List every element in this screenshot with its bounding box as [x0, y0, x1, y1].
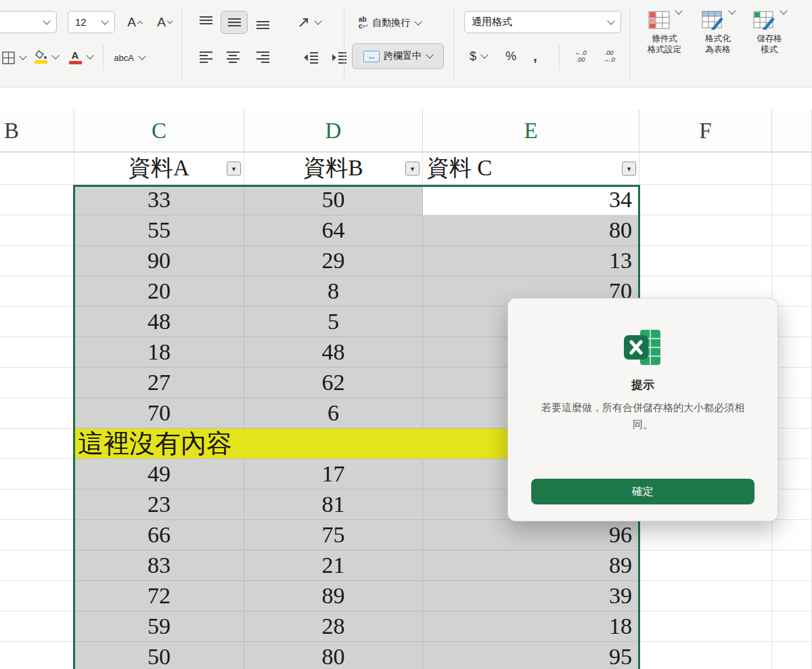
font-name-select[interactable]	[0, 11, 57, 33]
cell-col-f[interactable]	[639, 185, 772, 215]
cell-col-d[interactable]: 64	[244, 215, 423, 246]
column-header-f[interactable]: F	[639, 110, 772, 152]
cell-col-d[interactable]: 50	[244, 185, 423, 215]
cell-col-d[interactable]: 80	[244, 642, 423, 669]
conditional-formatting-button[interactable]: 條件式 格式設定	[637, 11, 692, 55]
text-orientation-button[interactable]	[291, 11, 328, 34]
align-top-button[interactable]	[194, 12, 218, 33]
cell-col-c[interactable]: 48	[74, 307, 244, 337]
cell-col-b[interactable]	[0, 215, 74, 246]
borders-button[interactable]	[0, 46, 31, 69]
cell-col-b[interactable]	[0, 490, 74, 520]
cell-col-g[interactable]	[772, 185, 812, 215]
cell-col-f[interactable]	[639, 215, 772, 246]
cell-col-d[interactable]: 8	[244, 276, 423, 307]
cell-col-c[interactable]: 83	[74, 551, 244, 581]
cell-col-c[interactable]: 33	[74, 185, 244, 215]
cell-col-c[interactable]: 70	[74, 398, 244, 429]
cell-col-b[interactable]	[0, 520, 74, 551]
increase-indent-button[interactable]	[326, 47, 352, 68]
cell-col-b[interactable]	[0, 152, 74, 185]
font-size-select[interactable]: 12	[68, 11, 115, 33]
cell-col-g[interactable]	[772, 215, 812, 246]
percent-format-button[interactable]: %	[501, 45, 521, 68]
fill-color-button[interactable]	[30, 43, 62, 70]
filter-button-c[interactable]: ▾	[622, 161, 636, 175]
cell-col-e[interactable]: 18	[423, 611, 639, 642]
cell-col-b[interactable]	[0, 368, 74, 398]
cell-col-d[interactable]: 21	[244, 551, 423, 581]
cell-col-b[interactable]	[0, 429, 74, 459]
increase-decimal-button[interactable]: ←.0.00	[567, 45, 594, 68]
cell-col-c[interactable]: 50	[74, 642, 244, 669]
align-bottom-button[interactable]	[250, 12, 275, 33]
cell-col-d[interactable]: 62	[244, 368, 423, 398]
decrease-indent-button[interactable]	[298, 47, 323, 68]
cell-col-e[interactable]: 34	[423, 185, 639, 215]
align-left-button[interactable]	[194, 47, 218, 68]
cell-col-b[interactable]	[0, 459, 74, 490]
header-cell-data-a[interactable]: 資料A ▾	[74, 152, 244, 185]
cell-col-d[interactable]: 5	[244, 307, 423, 337]
cell-col-f[interactable]	[639, 642, 772, 669]
cell-col-b[interactable]	[0, 611, 74, 642]
cell-col-g[interactable]	[772, 642, 812, 669]
cell-col-b[interactable]	[0, 185, 74, 215]
cell-col-f[interactable]	[639, 581, 772, 611]
cell-col-e[interactable]: 80	[423, 215, 639, 246]
cell-col-g[interactable]	[772, 611, 812, 642]
align-center-button[interactable]	[221, 47, 245, 68]
cell-col-b[interactable]	[0, 581, 74, 611]
cell-col-c[interactable]: 20	[74, 276, 244, 307]
cell-col-d[interactable]: 81	[244, 490, 423, 520]
align-right-button[interactable]	[250, 47, 275, 68]
column-header-d[interactable]: D	[244, 110, 423, 152]
cell-col-c[interactable]: 59	[74, 611, 244, 642]
cell-col-d[interactable]: 48	[244, 337, 423, 368]
cell-col-c[interactable]: 72	[74, 581, 244, 611]
merge-center-button[interactable]: ↔ 跨欄置中	[352, 43, 444, 69]
column-header-g[interactable]	[772, 110, 812, 152]
cell-col-b[interactable]	[0, 551, 74, 581]
number-format-select[interactable]: 通用格式	[464, 11, 621, 33]
cell-col-c[interactable]: 27	[74, 368, 244, 398]
column-header-c[interactable]: C	[74, 110, 244, 152]
cell-col-b[interactable]	[0, 246, 74, 276]
cell-col-e[interactable]: 96	[423, 520, 639, 551]
cell-col-f[interactable]	[639, 611, 772, 642]
column-header-e[interactable]: E	[423, 110, 639, 152]
wrap-text-button[interactable]: ab c↩ 自動換行	[355, 11, 425, 35]
cell-col-b[interactable]	[0, 276, 74, 307]
cell-col-g[interactable]	[772, 581, 812, 611]
cell-col-c[interactable]: 49	[74, 459, 244, 490]
cell-col-g[interactable]	[772, 276, 812, 307]
filter-button-b[interactable]: ▾	[405, 161, 420, 175]
cell-col-f[interactable]	[639, 246, 772, 276]
cell-col-f[interactable]	[639, 551, 772, 581]
cell-col-b[interactable]	[0, 398, 74, 429]
cell-col-g[interactable]	[772, 520, 812, 551]
cell-col-e[interactable]: 13	[423, 246, 639, 276]
cell-col-c[interactable]: 18	[74, 337, 244, 368]
decrease-font-size-button[interactable]: A	[150, 11, 179, 34]
comma-format-button[interactable]: ,	[526, 45, 544, 68]
cell-col-b[interactable]	[0, 337, 74, 368]
cell-col-c[interactable]: 23	[74, 490, 244, 520]
cell-col-d[interactable]: 75	[244, 520, 423, 551]
cell-col-d[interactable]: 89	[244, 581, 423, 611]
cell-col-d[interactable]: 28	[244, 611, 423, 642]
cell-col-b[interactable]	[0, 642, 74, 669]
accounting-format-button[interactable]: $	[463, 45, 494, 68]
cell-col-g[interactable]	[772, 152, 812, 185]
cell-col-c[interactable]: 90	[74, 246, 244, 276]
header-cell-data-c[interactable]: 資料 C ▾	[423, 152, 639, 185]
format-as-table-button[interactable]: 格式化 為表格	[693, 11, 743, 55]
cell-col-e[interactable]: 39	[423, 581, 639, 611]
align-middle-button[interactable]	[221, 11, 248, 34]
cell-col-b[interactable]	[0, 307, 74, 337]
increase-font-size-button[interactable]: A	[120, 11, 149, 34]
cell-col-d[interactable]: 6	[244, 398, 423, 429]
cell-col-c[interactable]: 55	[74, 215, 244, 246]
header-cell-data-b[interactable]: 資料B ▾	[244, 152, 423, 185]
cell-col-d[interactable]: 29	[244, 246, 423, 276]
